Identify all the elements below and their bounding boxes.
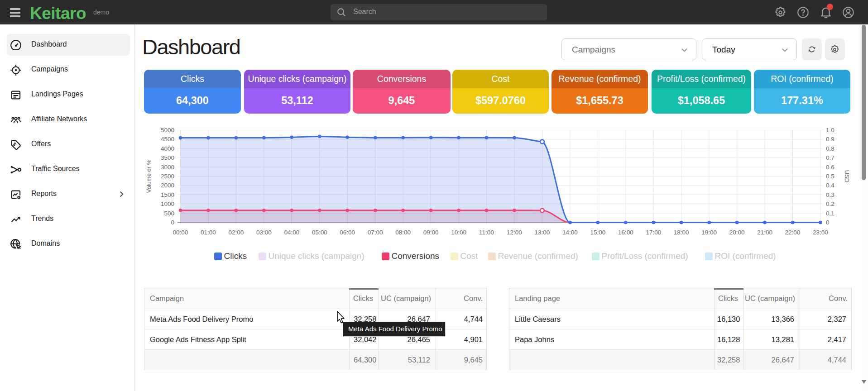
svg-text:2000: 2000 xyxy=(161,182,174,189)
svg-text:17:00: 17:00 xyxy=(646,229,661,236)
svg-text:00:00: 00:00 xyxy=(173,229,188,236)
svg-text:0.3: 0.3 xyxy=(826,191,834,198)
svg-text:01:00: 01:00 xyxy=(201,229,216,236)
svg-text:500: 500 xyxy=(164,210,174,217)
svg-text:1000: 1000 xyxy=(161,200,174,207)
svg-text:4500: 4500 xyxy=(161,136,174,143)
svg-text:3000: 3000 xyxy=(161,164,174,171)
svg-text:0.4: 0.4 xyxy=(826,182,834,189)
svg-text:0: 0 xyxy=(171,219,174,226)
svg-text:2500: 2500 xyxy=(161,173,174,180)
svg-text:0.7: 0.7 xyxy=(826,154,834,161)
svg-text:0.2: 0.2 xyxy=(826,200,834,207)
svg-text:USD: USD xyxy=(844,170,850,182)
svg-text:0.9: 0.9 xyxy=(826,136,834,143)
svg-text:16:00: 16:00 xyxy=(618,229,633,236)
svg-text:4000: 4000 xyxy=(161,145,174,152)
svg-text:0.1: 0.1 xyxy=(826,210,834,217)
svg-text:08:00: 08:00 xyxy=(395,229,411,236)
svg-text:09:00: 09:00 xyxy=(423,229,439,236)
svg-text:22:00: 22:00 xyxy=(785,229,801,236)
svg-text:15:00: 15:00 xyxy=(590,229,605,236)
svg-text:23:00: 23:00 xyxy=(813,229,828,236)
svg-text:07:00: 07:00 xyxy=(368,229,383,236)
svg-text:21:00: 21:00 xyxy=(757,229,772,236)
svg-text:10:00: 10:00 xyxy=(451,229,466,236)
svg-text:0.5: 0.5 xyxy=(826,173,834,180)
svg-text:03:00: 03:00 xyxy=(256,229,272,236)
svg-text:0.8: 0.8 xyxy=(826,145,834,152)
svg-text:06:00: 06:00 xyxy=(340,229,355,236)
svg-text:20:00: 20:00 xyxy=(729,229,745,236)
svg-text:04:00: 04:00 xyxy=(284,229,299,236)
svg-text:12:00: 12:00 xyxy=(507,229,522,236)
svg-text:11:00: 11:00 xyxy=(479,229,494,236)
svg-text:02:00: 02:00 xyxy=(229,229,244,236)
svg-text:1.0: 1.0 xyxy=(826,127,834,134)
svg-text:Volume or %: Volume or % xyxy=(145,159,152,193)
svg-text:18:00: 18:00 xyxy=(674,229,689,236)
svg-text:05:00: 05:00 xyxy=(312,229,327,236)
svg-text:0.6: 0.6 xyxy=(826,164,834,171)
svg-text:19:00: 19:00 xyxy=(701,229,717,236)
svg-text:0: 0 xyxy=(826,219,830,226)
svg-text:3500: 3500 xyxy=(161,154,174,161)
svg-text:13:00: 13:00 xyxy=(535,229,550,236)
svg-text:5000: 5000 xyxy=(161,127,174,134)
svg-text:14:00: 14:00 xyxy=(562,229,578,236)
svg-text:1500: 1500 xyxy=(161,191,174,198)
